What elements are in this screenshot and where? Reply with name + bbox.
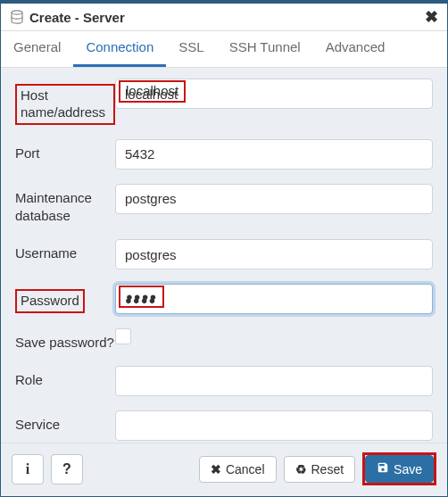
save-button[interactable]: Save bbox=[365, 455, 434, 483]
maintenance-db-label: Maintenance database bbox=[15, 184, 115, 226]
cancel-label: Cancel bbox=[226, 462, 265, 476]
row-port: Port bbox=[15, 139, 433, 170]
password-input[interactable]: ●●●● bbox=[115, 284, 433, 314]
svg-point-0 bbox=[12, 11, 22, 14]
footer: i ? ✖ Cancel ♻ Reset Save bbox=[1, 443, 447, 496]
role-input[interactable] bbox=[115, 366, 433, 396]
tab-advanced[interactable]: Advanced bbox=[313, 31, 398, 67]
tab-connection[interactable]: Connection bbox=[73, 31, 166, 67]
port-label: Port bbox=[15, 139, 115, 162]
reset-label: Reset bbox=[311, 462, 344, 476]
maintenance-db-input[interactable] bbox=[115, 184, 433, 214]
row-save-password: Save password? bbox=[15, 328, 433, 352]
window-title: Create - Server bbox=[29, 10, 425, 25]
reset-button[interactable]: ♻ Reset bbox=[284, 456, 356, 483]
host-label: Host name/address bbox=[15, 79, 115, 125]
username-label: Username bbox=[15, 239, 115, 262]
row-password: Password ●●●● ●●●● bbox=[15, 284, 433, 314]
password-label: Password bbox=[15, 284, 115, 313]
tab-general[interactable]: General bbox=[1, 31, 73, 67]
form-body: Host name/address localhost Port Mainten… bbox=[1, 68, 447, 443]
recycle-icon: ♻ bbox=[295, 462, 307, 476]
service-input[interactable] bbox=[115, 410, 433, 441]
host-input[interactable] bbox=[115, 79, 433, 109]
save-icon bbox=[377, 461, 389, 476]
titlebar: Create - Server ✖ bbox=[1, 4, 447, 31]
help-button[interactable]: ? bbox=[51, 454, 83, 485]
row-maintenance-db: Maintenance database bbox=[15, 184, 433, 226]
tab-ssh-tunnel[interactable]: SSH Tunnel bbox=[217, 31, 313, 67]
close-icon[interactable]: ✖ bbox=[425, 9, 438, 25]
database-icon bbox=[10, 10, 24, 24]
row-host: Host name/address localhost bbox=[15, 79, 433, 125]
save-label: Save bbox=[394, 462, 422, 476]
tab-ssl[interactable]: SSL bbox=[166, 31, 216, 67]
row-service: Service bbox=[15, 410, 433, 441]
save-password-label: Save password? bbox=[15, 328, 115, 352]
row-username: Username bbox=[15, 239, 433, 269]
close-icon: ✖ bbox=[211, 462, 221, 476]
username-input[interactable] bbox=[115, 239, 433, 269]
save-highlight: Save bbox=[362, 452, 436, 485]
role-label: Role bbox=[15, 366, 115, 389]
port-input[interactable] bbox=[115, 139, 433, 170]
tab-bar: General Connection SSL SSH Tunnel Advanc… bbox=[1, 31, 447, 68]
create-server-dialog: Create - Server ✖ General Connection SSL… bbox=[0, 0, 448, 497]
row-role: Role bbox=[15, 366, 433, 396]
cancel-button[interactable]: ✖ Cancel bbox=[199, 456, 277, 483]
question-icon: ? bbox=[62, 461, 71, 477]
service-label: Service bbox=[15, 410, 115, 434]
save-password-checkbox[interactable] bbox=[115, 328, 131, 344]
info-icon: i bbox=[26, 461, 29, 477]
info-button[interactable]: i bbox=[12, 454, 44, 485]
